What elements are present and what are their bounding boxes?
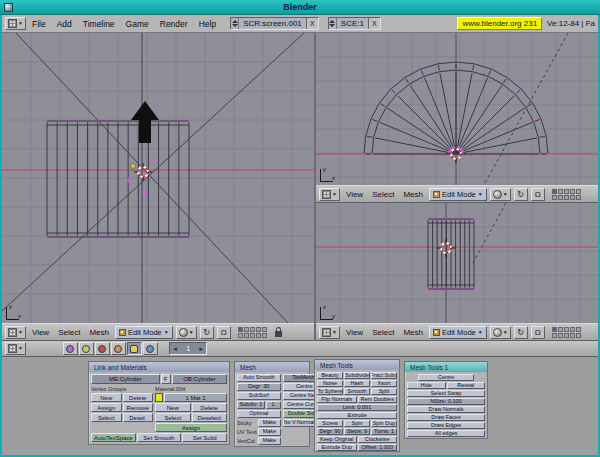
mesh-datablock-field[interactable]: ME:Cylinder [91,374,160,384]
menu-view[interactable]: View [29,328,52,337]
subsurf-button[interactable]: SubSurf [237,392,281,400]
set-smooth-button[interactable]: Set Smooth [137,433,182,442]
centre-button[interactable]: Centre [418,374,474,381]
menu-file[interactable]: File [27,19,51,29]
vgroup-deselect-button[interactable]: Desel. [123,413,154,422]
menu-mesh[interactable]: Mesh [400,328,426,337]
3d-viewport-front[interactable]: z x [2,33,314,323]
panel-header[interactable]: Link and Materials [89,362,229,372]
menu-mesh[interactable]: Mesh [86,328,112,337]
vgroup-delete-button[interactable]: Delete [123,393,154,402]
close-scene-icon[interactable]: X [368,18,380,29]
scene-context-button[interactable] [143,342,158,355]
vgroup-assign-button[interactable]: Assign [91,403,122,412]
menu-timeline[interactable]: Timeline [78,19,120,29]
to-sphere-button[interactable]: To Sphere [317,388,343,395]
clockwise-button[interactable]: Clockwise [358,436,398,443]
material-assign-button[interactable]: Assign [155,423,227,432]
spin-button[interactable]: Spin [344,420,370,427]
material-select-button[interactable]: Select [155,413,191,422]
split-button[interactable]: Split [371,388,397,395]
fake-user-button[interactable]: F [161,374,171,384]
pivot-button[interactable]: Ω [531,326,545,339]
subdiv-field[interactable]: Subdiv: 1 [237,401,265,409]
logic-context-button[interactable] [63,342,78,355]
frame-next-icon[interactable]: ► [196,346,206,352]
script-context-button[interactable] [79,342,94,355]
auto-smooth-button[interactable]: Auto Smooth [237,374,281,382]
close-screen-icon[interactable]: X [306,18,318,29]
noise-button[interactable]: Noise [317,380,343,387]
turns-field[interactable]: Turns: 1 [371,428,397,435]
window-type-button[interactable]: ▼ [5,342,26,355]
flip-normals-button[interactable]: Flip Normals [317,396,357,403]
mode-dropdown[interactable]: Edit Mode ▼ [429,326,487,339]
hide-button[interactable]: Hide [407,382,446,389]
vgroup-remove-button[interactable]: Remove [123,403,154,412]
menu-game[interactable]: Game [121,19,154,29]
nsize-field[interactable]: NSize: 0.100 [407,398,485,405]
draw-faces-button[interactable]: Draw Faces [407,414,485,421]
titlebar[interactable]: Blender [0,0,600,15]
mode-dropdown[interactable]: Edit Mode ▼ [115,326,173,339]
keep-original-button[interactable]: Keep Original [317,436,357,443]
frame-prev-icon[interactable]: ◄ [170,346,180,352]
subdiv-render-field[interactable]: 1 [266,401,281,409]
3d-viewport-top[interactable]: y x [316,33,598,185]
subdivide-button[interactable]: Subdivide [344,372,370,379]
panel-header[interactable]: Mesh Tools [315,360,399,370]
shading-context-button[interactable] [95,342,110,355]
pivot-button[interactable]: Ω [217,326,231,339]
draw-mode-button[interactable]: ▼ [176,326,197,339]
menu-select[interactable]: Select [369,328,397,337]
draw-edges-button[interactable]: Draw Edges [407,422,485,429]
screw-button[interactable]: Screw [317,420,343,427]
all-edges-button[interactable]: All edges [407,430,485,437]
material-index-field[interactable]: 1 Mat 1 [164,393,227,402]
window-type-button[interactable]: ▼ [319,326,340,339]
smooth-button[interactable]: Smooth [344,388,370,395]
menu-view[interactable]: View [343,328,366,337]
sticky-make-button[interactable]: Make [258,419,280,427]
optimal-button[interactable]: Optimal [237,410,281,418]
rotate-view-button[interactable]: ↻ [200,326,214,339]
panel-header[interactable]: Mesh [235,362,309,372]
object-name-field[interactable]: OB:Cylinder [172,374,227,384]
pivot-button[interactable]: Ω [531,188,545,201]
vertcol-make-button[interactable]: Make [258,437,280,445]
draw-mode-button[interactable]: ▼ [490,326,511,339]
browse-screens-icon[interactable] [231,18,239,29]
rotate-view-button[interactable]: ↻ [514,326,528,339]
autotexspace-button[interactable]: AutoTexSpace [91,433,136,442]
layer-buttons[interactable] [552,189,581,200]
object-context-button[interactable] [111,342,126,355]
hash-button[interactable]: Hash [344,380,370,387]
menu-select[interactable]: Select [369,190,397,199]
menu-help[interactable]: Help [194,19,221,29]
mode-dropdown[interactable]: Edit Mode ▼ [429,188,487,201]
limit-field[interactable]: Limit: 0.001 [317,404,397,411]
browse-scenes-icon[interactable] [329,18,337,29]
window-type-button[interactable]: ▼ [5,17,26,30]
material-delete-button[interactable]: Delete [192,403,228,412]
select-swap-button[interactable]: Select Swap [407,390,485,397]
window-type-button[interactable]: ▼ [319,188,340,201]
3d-viewport-side[interactable]: z y [316,203,598,323]
draw-mode-button[interactable]: ▼ [490,188,511,201]
menu-render[interactable]: Render [155,19,193,29]
window-type-button[interactable]: ▼ [5,326,26,339]
layer-buttons[interactable] [238,327,267,338]
lock-icon[interactable] [275,331,282,337]
degr-field[interactable]: Degr: 30 [237,383,281,391]
beauty-button[interactable]: Beauty [317,372,343,379]
scene-selector[interactable]: SCE:1 X [328,17,381,30]
draw-normals-button[interactable]: Draw Normals [407,406,485,413]
material-new-button[interactable]: New [155,403,191,412]
steps-field[interactable]: Steps: 9 [344,428,370,435]
panel-header[interactable]: Mesh Tools 1 [405,362,487,372]
uv-texture-make-button[interactable]: Make [258,428,280,436]
menu-add[interactable]: Add [52,19,77,29]
layer-buttons[interactable] [552,327,581,338]
set-solid-button[interactable]: Set Solid [182,433,227,442]
menu-view[interactable]: View [343,190,366,199]
